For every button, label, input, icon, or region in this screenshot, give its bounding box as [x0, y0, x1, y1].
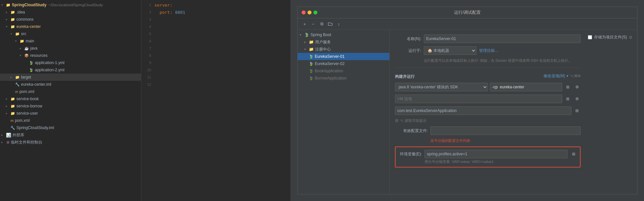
tree-root[interactable]: ▾ 📁 SpringCloudStudy ~/Dev.localized/Spr… — [0, 1, 141, 9]
line-number: 2 — [141, 10, 154, 14]
config-group-label: 注册中心 — [315, 47, 331, 52]
tree-item-tmp[interactable]: ▸ 🖥 临时文件和控制台 — [0, 139, 141, 146]
folder-button[interactable] — [327, 20, 334, 28]
config-item-borrow-application[interactable]: 🍃 BorrowApplication — [298, 75, 389, 82]
folder-icon: 📁 — [6, 3, 11, 7]
env-expand-button[interactable]: ⊞ — [570, 150, 577, 158]
main-class-browse-button[interactable]: ⊞ — [573, 107, 581, 114]
run-on-select[interactable]: 🏠 本地机器 — [424, 46, 476, 55]
config-item-eureka-server-01[interactable]: 🍃 EurekaServer-01 — [298, 53, 389, 60]
main-class-row: ⊞ — [395, 106, 581, 115]
arrow-icon: ▸ — [1, 133, 6, 137]
tree-item-commons[interactable]: ▸ 📁 commons — [0, 16, 141, 23]
vm-options-button[interactable]: ⚙ — [573, 95, 581, 102]
vm-options-row: ⊞ ⚙ — [395, 95, 581, 103]
arrow-icon: ▾ — [11, 32, 15, 35]
config-category-spring-boot[interactable]: ▾ 🍃 Spring Boot — [298, 31, 389, 38]
config-group-register-center[interactable]: ▾ 📁 注册中心 — [298, 46, 389, 53]
tree-item-java[interactable]: ▸ ☕ java — [0, 45, 141, 52]
vm-expand-button[interactable]: ⊞ — [564, 95, 571, 102]
section-divider — [395, 68, 581, 68]
iml-icon: 🔧 — [15, 82, 20, 87]
remove-config-button[interactable]: − — [310, 20, 317, 28]
tree-root-path: ~/Dev.localized/SpringCloudStudy — [48, 3, 103, 7]
cp-options-button[interactable]: ⚙ — [573, 83, 581, 91]
settings-icon[interactable]: ⚙ — [629, 35, 632, 40]
tree-item-eureka-center[interactable]: ▾ 📁 eureka-center — [0, 23, 141, 30]
line-number: 12 — [141, 82, 154, 86]
cp-input[interactable] — [490, 83, 562, 91]
tree-item-label: SpringCloudStudy — [12, 3, 46, 7]
manage-target-link[interactable]: 管理目标... — [479, 48, 498, 54]
config-item-book-application[interactable]: 🍃 BookApplication — [298, 67, 389, 75]
tree-item-springcloudstudy-iml[interactable]: 🔧 SpringCloudStudy.iml — [0, 124, 141, 131]
line-content: port: 8801 — [154, 10, 185, 15]
spring-boot-icon: 🍃 — [304, 33, 309, 37]
dialog-body: ▾ 🍃 Spring Boot ▸ 📁 用户服务 ▾ 📁 注册中心 — [298, 30, 637, 194]
tree-item-main[interactable]: ▾ 📁 main — [0, 37, 141, 45]
run-config-icon: 🍃 — [309, 62, 313, 66]
cp-expand-button[interactable]: ⊞ — [564, 83, 571, 91]
env-input[interactable] — [425, 150, 567, 158]
group-arrow: ▸ — [304, 40, 309, 44]
traffic-lights — [302, 11, 317, 14]
code-line-4: 4 — [141, 23, 290, 30]
build-run-header: 构建并运行 修改选项(M) ▾ ⌥⌘M — [395, 73, 581, 79]
folder-icon: 📁 — [11, 25, 15, 29]
sdk-row: java 8 'eureka-center' 模块的 SDK ⊞ ⚙ — [395, 83, 581, 91]
tree-item-eurekaiml[interactable]: 🔧 eureka-center.iml — [0, 81, 141, 88]
tree-item-target[interactable]: ▸ 📁 target — [0, 74, 141, 81]
folder-icon: 📁 — [11, 104, 15, 108]
java-folder-icon: ☕ — [24, 46, 29, 51]
tree-item-service-user[interactable]: ▸ 📁 service-user — [0, 110, 141, 117]
group-arrow: ▾ — [304, 48, 309, 51]
tree-item-service-book[interactable]: ▸ 📁 service-book — [0, 95, 141, 102]
save-project-checkbox-wrap: 存储为项目文件(S) ⚙ — [588, 34, 632, 40]
config-category-label: Spring Boot — [310, 33, 331, 37]
comma-hint: 逗号分隔的配置文件列表 — [430, 138, 581, 143]
sdk-select[interactable]: java 8 'eureka-center' 模块的 SDK — [395, 83, 488, 91]
copy-config-button[interactable]: ⧉ — [318, 20, 325, 28]
tree-item-src[interactable]: ▾ 📁 src — [0, 30, 141, 37]
modify-options[interactable]: 修改选项(M) ▾ ⌥⌘M — [543, 73, 581, 79]
sort-button[interactable]: ↕ — [335, 20, 342, 28]
run-on-label: 运行于: — [395, 48, 421, 54]
tree-item-app1yaml[interactable]: 🍃 application-1.yml — [0, 59, 141, 66]
tree-item-pomxml1[interactable]: m pom.xml — [0, 88, 141, 95]
config-tree: ▾ 🍃 Spring Boot ▸ 📁 用户服务 ▾ 📁 注册中心 — [298, 30, 390, 194]
tree-item-label: pom.xml — [19, 89, 34, 94]
name-input[interactable] — [424, 34, 581, 43]
folder-icon: 📁 — [309, 40, 314, 44]
tree-item-service-borrow[interactable]: ▸ 📁 service-borrow — [0, 102, 141, 110]
tree-item-label: SpringCloudStudy.iml — [16, 125, 54, 130]
tree-item-pomxml2[interactable]: m pom.xml — [0, 117, 141, 124]
tree-item-label: java — [30, 46, 37, 51]
code-line-12: 12 — [141, 81, 290, 88]
main-class-input[interactable] — [395, 106, 571, 115]
tree-item-label: service-user — [16, 111, 38, 116]
tree-item-label: 临时文件和控制台 — [11, 140, 42, 145]
env-row: 环境变量(E): ⊞ — [398, 150, 577, 158]
tree-item-label: application-2.yml — [35, 68, 64, 72]
maximize-button[interactable] — [313, 11, 317, 14]
vm-options-input[interactable] — [395, 95, 562, 103]
dialog-toolbar: + − ⧉ ↕ — [298, 18, 637, 30]
line-number: 3 — [141, 17, 154, 21]
config-item-eureka-server-02[interactable]: 🍃 EurekaServer-02 — [298, 60, 389, 67]
add-config-button[interactable]: + — [301, 20, 308, 28]
active-config-input[interactable] — [430, 126, 581, 135]
tree-item-app2yaml[interactable]: 🍃 application-2.yml — [0, 66, 141, 74]
env-hint: 用分号分隔变量: VAR=value; VAR1=value1 — [425, 159, 577, 164]
save-project-checkbox[interactable] — [588, 35, 592, 39]
category-arrow: ▾ — [300, 33, 304, 36]
code-line-11: 11 — [141, 74, 290, 81]
close-button[interactable] — [302, 11, 306, 14]
tree-item-idea[interactable]: ▸ 📁 .idea — [0, 9, 141, 16]
active-config-label: 有效配置文件: — [395, 128, 428, 134]
config-group-user-service[interactable]: ▸ 📁 用户服务 — [298, 38, 389, 46]
tree-item-resources[interactable]: ▾ 📦 resources — [0, 52, 141, 59]
code-line-1: 1 server: — [141, 1, 290, 9]
tree-item-external-libs[interactable]: ▸ 📊 外部库 — [0, 131, 141, 139]
minimize-button[interactable] — [308, 11, 311, 14]
folder-icon: 📁 — [11, 97, 15, 101]
